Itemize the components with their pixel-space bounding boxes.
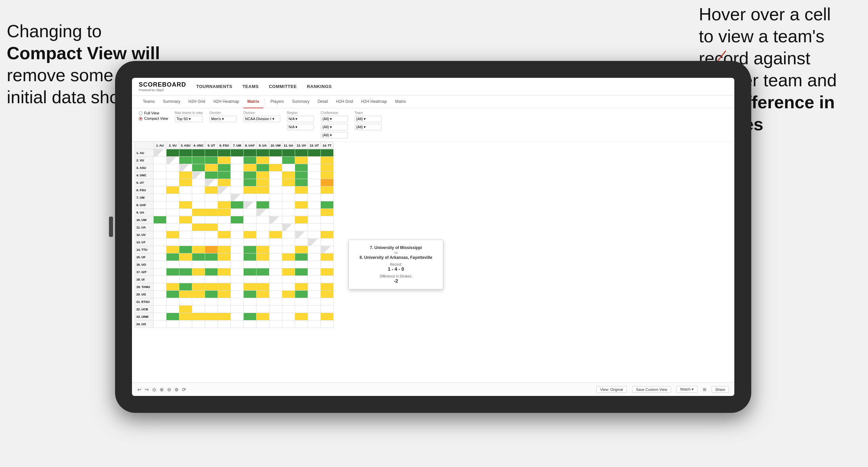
matrix-cell[interactable] (282, 209, 295, 216)
matrix-cell[interactable] (269, 291, 282, 298)
matrix-cell[interactable] (321, 276, 334, 283)
matrix-cell[interactable] (295, 276, 308, 283)
matrix-cell[interactable] (154, 209, 166, 216)
matrix-cell[interactable] (269, 283, 282, 291)
matrix-cell[interactable] (269, 276, 282, 283)
matrix-cell[interactable] (321, 179, 334, 186)
matrix-cell[interactable] (321, 313, 334, 320)
matrix-cell[interactable] (192, 179, 205, 186)
filter-conference-select3[interactable]: (All) ▾ (321, 132, 348, 138)
matrix-cell[interactable] (231, 313, 244, 320)
matrix-cell[interactable] (192, 291, 205, 298)
matrix-cell[interactable] (282, 224, 295, 231)
matrix-cell[interactable] (154, 216, 166, 224)
matrix-cell[interactable] (192, 194, 205, 201)
matrix-cell[interactable] (154, 313, 166, 320)
matrix-cell[interactable] (321, 298, 334, 306)
matrix-cell[interactable] (179, 283, 192, 291)
matrix-cell[interactable] (282, 157, 295, 164)
matrix-cell[interactable] (257, 283, 269, 291)
matrix-cell[interactable] (166, 164, 179, 172)
matrix-cell[interactable] (269, 164, 282, 172)
matrix-cell[interactable] (244, 239, 257, 246)
nav-teams[interactable]: TEAMS (242, 84, 259, 89)
matrix-cell[interactable] (257, 179, 269, 186)
matrix-cell[interactable] (179, 239, 192, 246)
matrix-cell[interactable] (257, 298, 269, 306)
undo-icon[interactable]: ↩ (137, 387, 141, 392)
matrix-cell[interactable] (192, 246, 205, 253)
matrix-cell[interactable] (244, 231, 257, 239)
matrix-cell[interactable] (308, 209, 321, 216)
matrix-cell[interactable] (257, 201, 269, 209)
matrix-cell[interactable] (179, 157, 192, 164)
matrix-cell[interactable] (166, 231, 179, 239)
matrix-cell[interactable] (205, 283, 218, 291)
grid-icon[interactable]: ⊞ (703, 387, 706, 392)
matrix-cell[interactable] (231, 246, 244, 253)
matrix-cell[interactable] (257, 209, 269, 216)
matrix-cell[interactable] (179, 201, 192, 209)
matrix-cell[interactable] (269, 239, 282, 246)
nav-rankings[interactable]: RANKINGS (307, 84, 332, 89)
tab-h2h-heatmap1[interactable]: H2H Heatmap (209, 95, 243, 108)
view-original-btn[interactable]: View: Original (596, 386, 627, 393)
matrix-cell[interactable] (257, 186, 269, 194)
matrix-cell[interactable] (282, 291, 295, 298)
matrix-cell[interactable] (321, 268, 334, 276)
matrix-cell[interactable] (166, 246, 179, 253)
matrix-cell[interactable] (218, 186, 231, 194)
matrix-cell[interactable] (192, 276, 205, 283)
matrix-cell[interactable] (231, 231, 244, 239)
matrix-cell[interactable] (231, 224, 244, 231)
matrix-cell[interactable] (295, 201, 308, 209)
matrix-cell[interactable] (205, 298, 218, 306)
matrix-cell[interactable] (192, 224, 205, 231)
matrix-cell[interactable] (154, 276, 166, 283)
matrix-cell[interactable] (269, 320, 282, 328)
matrix-cell[interactable] (218, 201, 231, 209)
matrix-cell[interactable] (205, 216, 218, 224)
matrix-cell[interactable] (244, 149, 257, 157)
matrix-cell[interactable] (257, 149, 269, 157)
matrix-cell[interactable] (257, 172, 269, 179)
matrix-cell[interactable] (269, 306, 282, 313)
tab-h2h-grid1[interactable]: H2H Grid (184, 95, 209, 108)
matrix-cell[interactable] (295, 231, 308, 239)
matrix-cell[interactable] (192, 261, 205, 268)
matrix-cell[interactable] (231, 291, 244, 298)
matrix-cell[interactable] (205, 246, 218, 253)
matrix-cell[interactable] (308, 320, 321, 328)
matrix-cell[interactable] (205, 306, 218, 313)
matrix-cell[interactable] (154, 253, 166, 261)
matrix-cell[interactable] (166, 209, 179, 216)
matrix-cell[interactable] (282, 268, 295, 276)
save-custom-btn[interactable]: Save Custom View (632, 386, 671, 393)
matrix-cell[interactable] (295, 253, 308, 261)
matrix-cell[interactable] (192, 320, 205, 328)
matrix-cell[interactable] (295, 291, 308, 298)
matrix-cell[interactable] (205, 291, 218, 298)
matrix-cell[interactable] (218, 246, 231, 253)
matrix-cell[interactable] (257, 246, 269, 253)
matrix-cell[interactable] (308, 246, 321, 253)
matrix-cell[interactable] (282, 246, 295, 253)
matrix-cell[interactable] (321, 239, 334, 246)
matrix-cell[interactable] (257, 268, 269, 276)
matrix-cell[interactable] (205, 261, 218, 268)
matrix-cell[interactable] (308, 261, 321, 268)
matrix-cell[interactable] (282, 276, 295, 283)
matrix-cell[interactable] (166, 276, 179, 283)
matrix-cell[interactable] (321, 157, 334, 164)
matrix-cell[interactable] (231, 239, 244, 246)
matrix-cell[interactable] (218, 224, 231, 231)
matrix-cell[interactable] (244, 246, 257, 253)
matrix-cell[interactable] (308, 149, 321, 157)
matrix-cell[interactable] (295, 261, 308, 268)
matrix-cell[interactable] (269, 246, 282, 253)
matrix-cell[interactable] (218, 216, 231, 224)
matrix-cell[interactable] (154, 291, 166, 298)
matrix-cell[interactable] (321, 246, 334, 253)
matrix-cell[interactable] (282, 149, 295, 157)
matrix-cell[interactable] (257, 224, 269, 231)
